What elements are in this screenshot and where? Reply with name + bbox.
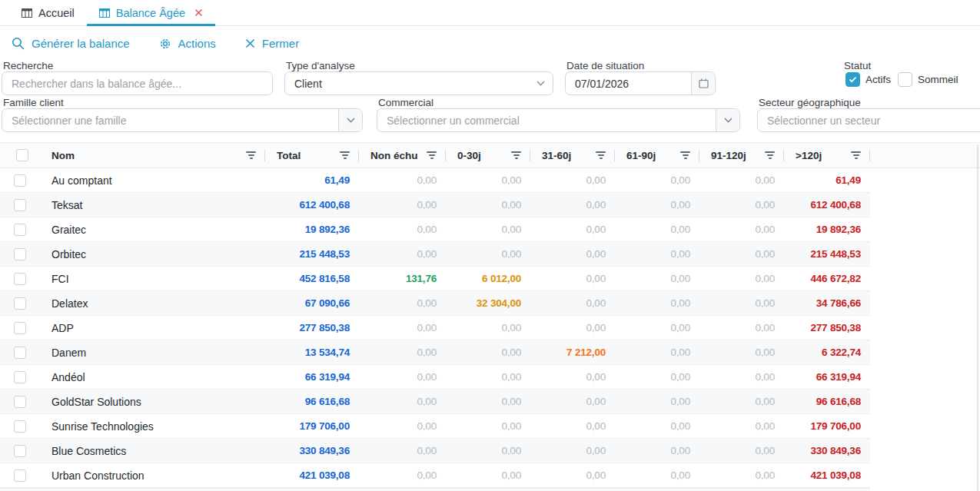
table-row[interactable]: Urban Construction 421 039,08 0,00 0,00 … <box>0 463 870 488</box>
total-value: 452 816,58 <box>265 267 359 290</box>
checkbox[interactable] <box>898 72 912 87</box>
search-input[interactable]: Rechercher dans la balance âgée... <box>2 71 273 95</box>
status-actifs-checkbox[interactable]: Actifs <box>845 72 891 87</box>
select-all-checkbox[interactable] <box>16 149 28 161</box>
commercial-label: Commercial <box>378 97 434 108</box>
commercial-select[interactable]: Sélectionner un commercial <box>377 108 740 132</box>
situation-date-input[interactable]: 07/01/2026 <box>565 71 716 95</box>
calendar-icon[interactable] <box>691 72 715 95</box>
analysis-type-label: Type d'analyse <box>286 60 355 71</box>
client-family-label: Famille client <box>3 97 64 108</box>
client-name: Blue Cosmetics <box>40 439 265 463</box>
total-value: 96 616,68 <box>265 390 359 413</box>
bucket-61-90-value: 0,00 <box>615 217 699 241</box>
geo-sector-select[interactable]: Sélectionner un secteur <box>757 108 980 132</box>
header-cell-total: Total <box>265 142 359 168</box>
actions-button[interactable]: Actions <box>159 37 216 50</box>
bucket-over-120-value: 421 039,08 <box>784 463 870 487</box>
bucket-61-90-value: 0,00 <box>615 439 699 463</box>
bucket-91-120-value: 0,00 <box>699 168 784 192</box>
row-checkbox[interactable] <box>14 420 26 433</box>
row-checkbox[interactable] <box>14 174 26 187</box>
bucket-over-120-value: 330 849,36 <box>784 439 870 463</box>
toolbar: Générer la balance Actions Fermer <box>0 27 980 60</box>
analysis-type-select[interactable]: Client <box>284 71 553 95</box>
bucket-91-120-value: 0,00 <box>699 267 784 290</box>
header-cell-0-30j: 0-30j <box>446 142 530 168</box>
non-echu-value: 0,00 <box>359 168 446 192</box>
bucket-0-30-value: 0,00 <box>446 365 530 389</box>
non-echu-value: 0,00 <box>359 390 446 413</box>
checkbox[interactable] <box>845 72 860 87</box>
total-value: 19 892,36 <box>265 217 359 241</box>
table-row[interactable]: Andéol 66 319,94 0,00 0,00 0,00 0,00 0,0… <box>0 365 870 390</box>
filters-panel: Recherche Rechercher dans la balance âgé… <box>0 60 980 142</box>
gear-icon <box>159 38 171 50</box>
row-checkbox[interactable] <box>14 248 26 260</box>
table-row[interactable]: Delatex 67 090,66 0,00 32 304,00 0,00 0,… <box>0 291 870 316</box>
bucket-91-120-value: 0,00 <box>699 217 784 241</box>
row-checkbox[interactable] <box>14 371 26 383</box>
close-view-button[interactable]: Fermer <box>245 37 299 50</box>
bucket-31-60-value: 0,00 <box>530 193 615 217</box>
filter-icon[interactable] <box>334 151 350 159</box>
bucket-0-30-value: 32 304,00 <box>446 291 530 315</box>
bucket-91-120-value: 0,00 <box>699 316 784 340</box>
bucket-over-120-value: 96 616,68 <box>784 390 870 413</box>
client-name: Andéol <box>40 365 265 389</box>
tab-label: Balance Âgée <box>116 7 185 19</box>
client-name: GoldStar Solutions <box>40 390 265 413</box>
table-row[interactable]: Danem 13 534,74 0,00 0,00 7 212,00 0,00 … <box>0 340 870 365</box>
tab-balance-agee[interactable]: Balance Âgée <box>87 0 215 25</box>
situation-date-label: Date de situation <box>566 60 644 71</box>
vertical-scrollbar[interactable] <box>977 144 978 491</box>
row-checkbox[interactable] <box>14 469 26 482</box>
table-row[interactable]: ADP 277 850,38 0,00 0,00 0,00 0,00 0,00 … <box>0 316 870 340</box>
filter-icon[interactable] <box>240 151 256 159</box>
table-row[interactable]: Orbitec 215 448,53 0,00 0,00 0,00 0,00 0… <box>0 242 870 267</box>
table-row[interactable]: Teksat 612 400,68 0,00 0,00 0,00 0,00 0,… <box>0 193 870 217</box>
total-value: 277 850,38 <box>265 316 359 340</box>
bucket-61-90-value: 0,00 <box>615 390 699 413</box>
table-row[interactable]: Sunrise Technologies 179 706,00 0,00 0,0… <box>0 414 870 439</box>
row-checkbox[interactable] <box>14 322 26 334</box>
row-checkbox[interactable] <box>14 396 26 408</box>
row-checkbox[interactable] <box>14 199 26 211</box>
table-header: Nom Total Non échu 0-30j 31-60j 61-90j 9… <box>0 142 870 168</box>
row-checkbox[interactable] <box>14 297 26 310</box>
table-row[interactable]: Graitec 19 892,36 0,00 0,00 0,00 0,00 0,… <box>0 217 870 242</box>
bucket-31-60-value: 0,00 <box>530 217 615 241</box>
table-row[interactable]: Au comptant 61,49 0,00 0,00 0,00 0,00 0,… <box>0 168 870 193</box>
client-family-select[interactable]: Sélectionner une famille <box>2 108 363 132</box>
status-sommeil-checkbox[interactable]: Sommeil <box>898 72 958 87</box>
row-checkbox[interactable] <box>14 273 26 285</box>
chevron-down-icon[interactable] <box>338 109 362 131</box>
filter-icon[interactable] <box>505 151 521 159</box>
table-row[interactable]: Blue Cosmetics 330 849,36 0,00 0,00 0,00… <box>0 439 870 463</box>
filter-icon[interactable] <box>420 151 437 159</box>
row-checkbox[interactable] <box>14 347 26 359</box>
tab-accueil[interactable]: Accueil <box>9 0 87 25</box>
table-row[interactable]: FCI 452 816,58 131,76 6 012,00 0,00 0,00… <box>0 267 870 291</box>
filter-icon[interactable] <box>590 151 606 159</box>
table-row[interactable]: GoldStar Solutions 96 616,68 0,00 0,00 0… <box>0 390 870 414</box>
row-checkbox[interactable] <box>14 224 26 236</box>
bucket-over-120-value: 66 319,94 <box>784 365 870 389</box>
close-icon[interactable] <box>194 8 203 17</box>
total-value: 67 090,66 <box>265 291 359 315</box>
header-cell-nom: Nom <box>40 142 265 168</box>
row-checkbox[interactable] <box>14 445 26 457</box>
filter-icon[interactable] <box>845 151 861 159</box>
chevron-down-icon[interactable] <box>716 109 739 131</box>
bucket-61-90-value: 0,00 <box>615 242 699 266</box>
bucket-0-30-value: 0,00 <box>446 340 530 364</box>
filter-icon[interactable] <box>674 151 690 159</box>
total-value: 215 448,53 <box>265 242 359 266</box>
non-echu-value: 0,00 <box>359 439 446 463</box>
generate-balance-button[interactable]: Générer la balance <box>12 37 130 50</box>
tab-label: Accueil <box>38 7 75 19</box>
bucket-0-30-value: 6 012,00 <box>446 267 530 290</box>
bucket-0-30-value: 0,00 <box>446 242 530 266</box>
bucket-over-120-value: 34 786,66 <box>784 291 870 315</box>
filter-icon[interactable] <box>759 151 775 159</box>
